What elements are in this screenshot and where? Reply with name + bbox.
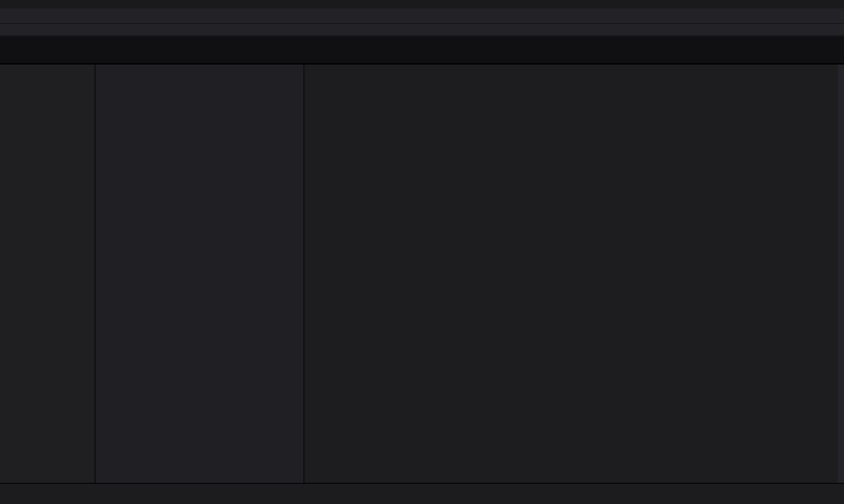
info-line [0, 36, 844, 65]
vertical-scrollbar[interactable] [838, 65, 844, 483]
menu-bar [0, 0, 844, 8]
event-display [305, 65, 838, 483]
inspector-panel [0, 65, 95, 483]
track-list [96, 65, 304, 483]
nuendo-project-window [0, 0, 844, 504]
status-line [0, 24, 844, 35]
transport-bar [0, 483, 844, 504]
toolbar [0, 8, 844, 24]
